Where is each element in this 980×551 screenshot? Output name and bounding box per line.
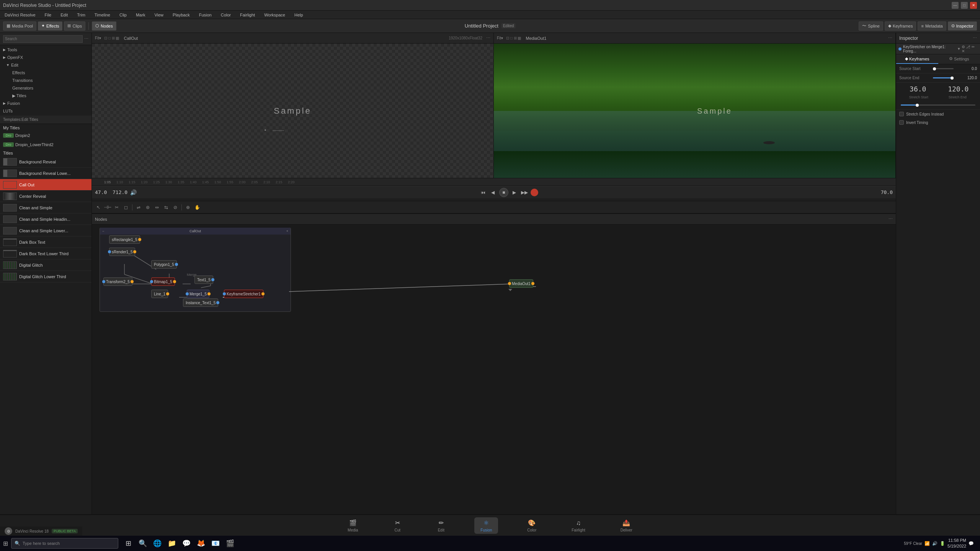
ripple-tool[interactable]: ⇌ [134,203,143,212]
stop-button[interactable]: ■ [499,188,508,197]
node-line1[interactable]: Line_1 [151,290,168,298]
taskbar-app-browser[interactable]: 🌐 [150,536,164,550]
tree-item-openfx[interactable]: ▶ OpenFX [0,54,91,61]
nav-cut[interactable]: ✂ Cut [387,517,408,534]
metadata-button[interactable]: ≡ Metadata [918,21,946,31]
title-item-center-reveal[interactable]: Center Reveal [0,191,91,202]
menu-workspace[interactable]: Workspace [263,12,287,18]
tree-item-edit[interactable]: ▼ Edit [0,61,91,69]
node-srender[interactable]: sRender1_5 [109,248,135,256]
taskbar-search[interactable]: 🔍 Type here to search [11,538,118,549]
play-button[interactable]: ▶ [511,189,518,196]
roll-tool[interactable]: ⊛ [144,203,152,212]
menu-mark[interactable]: Mark [134,12,147,18]
title-item-dark-box-lower[interactable]: Dark Box Text Lower Third [0,248,91,259]
nav-color[interactable]: 🎨 Color [521,517,542,534]
invert-timing-checkbox[interactable] [899,120,904,125]
node-polygon[interactable]: Polygon1_5 [151,260,177,269]
source-start-thumb[interactable] [933,67,936,70]
tree-item-tools[interactable]: ▶ Tools [0,46,91,54]
menu-help[interactable]: Help [293,12,305,18]
select-tool[interactable]: ↖ [94,203,103,212]
stretch-start-slider[interactable] [901,104,975,106]
erase-tool[interactable]: ◻ [122,203,130,212]
graph-add[interactable]: + [286,229,288,233]
tree-item-transitions[interactable]: Transitions [9,77,91,84]
taskbar-app-resolve[interactable]: 🎬 [223,536,237,550]
volume-icon[interactable]: 🔊 [130,189,137,196]
stretch-edges-checkbox[interactable] [899,112,904,116]
node-merge1[interactable]: Merge1_5 [187,290,209,298]
taskbar-app-3[interactable]: 💬 [180,536,193,550]
media-pool-button[interactable]: ▦ Media Pool [3,21,36,31]
node-transform[interactable]: Transform2_5 [103,277,132,286]
keystretch-icons[interactable]: ⚙ ⎇ ✏ ✕ [962,45,978,53]
nodes-menu-icon[interactable]: ⋯ [889,217,893,222]
prev-frame-button[interactable]: ◀ [489,189,497,196]
resolve-logo[interactable]: ⚙ [5,527,12,535]
tree-item-titles[interactable]: ▶ Titles [9,92,91,99]
effects-button[interactable]: ✦ Effects [38,21,62,31]
settings-tab[interactable]: ⚙ Settings [938,54,980,64]
node-srectangle[interactable]: sRectangle1_5 [109,235,140,244]
nodes-button[interactable]: ⬡ Nodes [92,21,116,31]
media-panel-menu[interactable]: ⋯ [888,36,892,41]
menu-playback[interactable]: Playback [171,12,191,18]
tree-item-generators[interactable]: Generators [9,84,91,92]
inspector-button[interactable]: ⊙ Inspector [948,21,977,31]
keyframes-button[interactable]: ◆ Keyframes [885,21,916,31]
node-keyframe-stretcher[interactable]: KeyframeStretcher1 [224,290,263,298]
slide-tool[interactable]: ⇆ [162,203,170,212]
maximize-button[interactable]: □ [961,2,968,9]
title-item-dark-box[interactable]: Dark Box Text [0,236,91,248]
menu-view[interactable]: View [153,12,165,18]
title-item-bg-reveal[interactable]: Background Reveal [0,156,91,168]
hand-tool[interactable]: ✋ [193,203,201,212]
minimize-button[interactable]: — [952,2,959,9]
search-input[interactable] [3,35,83,43]
trim-tool[interactable]: ⊣⊢ [103,203,112,212]
graph-minimize[interactable]: − [102,229,104,233]
zoom-tool[interactable]: ⊕ [184,203,192,212]
title-item-digital-glitch-lower[interactable]: Digital Glitch Lower Third [0,271,91,282]
title-item-callout[interactable]: Call Out [0,179,91,191]
tree-item-luts[interactable]: LUTs [0,107,91,115]
menu-edit[interactable]: Edit [59,12,69,18]
taskbar-app-4[interactable]: 🦊 [194,536,208,550]
node-instance-text[interactable]: Instance_Text1_5 [183,298,218,307]
record-button[interactable] [531,189,538,196]
node-mediaout1[interactable]: MediaOut1 [509,279,533,288]
callout-panel-menu[interactable]: ⋯ [486,36,490,41]
source-end-thumb[interactable] [951,77,954,80]
close-button[interactable]: ✕ [970,2,977,9]
tree-item-fusion[interactable]: ▶ Fusion [0,99,91,107]
title-item-digital-glitch[interactable]: Digital Glitch [0,259,91,271]
dro-name-2[interactable]: Dropin_LowerThird2 [15,142,54,147]
source-end-slider-track[interactable] [933,77,954,78]
nav-deliver[interactable]: 📤 Deliver [614,517,639,534]
taskbar-app-1[interactable]: ⊞ [121,536,135,550]
taskbar-app-5[interactable]: 📧 [209,536,222,550]
title-item-clean-lower[interactable]: Clean and Simple Lower... [0,225,91,236]
menu-fusion[interactable]: Fusion [198,12,213,18]
menu-clip[interactable]: Clip [118,12,128,18]
razor-tool[interactable]: ⊘ [171,203,180,212]
notification-icon[interactable]: 💬 [969,541,974,546]
taskbar-app-2[interactable]: 🔍 [136,536,150,550]
title-item-bg-reveal-lower[interactable]: Background Reveal Lowe... [0,168,91,179]
menu-fairlight[interactable]: Fairlight [238,12,256,18]
dro-name-1[interactable]: Dropin2 [15,133,30,138]
fit-dropdown[interactable]: Fit▾ [95,36,101,40]
blade-tool[interactable]: ✂ [113,203,121,212]
tree-item-effects[interactable]: Effects [9,69,91,77]
menu-davinci[interactable]: DaVinci Resolve [3,12,37,18]
clips-button[interactable]: ⊞ Clips [64,21,85,31]
node-bitmap[interactable]: Bitmap1_5 [151,277,175,286]
slip-tool[interactable]: ⇔ [153,203,161,212]
next-frame-button[interactable]: ▶▶ [521,189,528,196]
spline-button[interactable]: 〜 Spline [859,21,883,31]
inspector-menu-icon[interactable]: ⋯ [973,36,977,41]
menu-trim[interactable]: Trim [75,12,87,18]
nav-media[interactable]: 🎬 Media [341,517,364,534]
title-item-clean-simple[interactable]: Clean and Simple [0,202,91,214]
